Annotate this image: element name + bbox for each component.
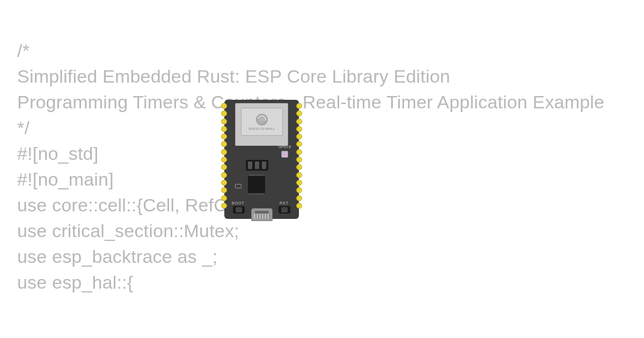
pin-icon[interactable] xyxy=(221,103,227,109)
rgb-led-icon xyxy=(281,151,288,158)
pin-icon[interactable] xyxy=(296,164,302,170)
battery-icon xyxy=(235,184,241,188)
pin-icon[interactable] xyxy=(296,126,302,132)
module-shield: ESP32-C3-MINI-1 xyxy=(241,108,283,136)
pin-column-right xyxy=(296,103,302,209)
pin-icon[interactable] xyxy=(221,157,227,163)
pin-icon[interactable] xyxy=(296,149,302,155)
switch-nub-icon xyxy=(255,161,259,169)
code-line: Programming Timers & Counters - Real-tim… xyxy=(17,89,604,115)
pin-icon[interactable] xyxy=(296,141,302,147)
pin-icon[interactable] xyxy=(296,203,302,209)
boot-button[interactable] xyxy=(233,206,245,214)
pin-icon[interactable] xyxy=(221,141,227,147)
esp-module: ESP32-C3-MINI-1 xyxy=(235,103,288,146)
pin-icon[interactable] xyxy=(296,157,302,163)
pin-icon[interactable] xyxy=(296,195,302,201)
code-line: Simplified Embedded Rust: ESP Core Libra… xyxy=(17,63,604,89)
usb-port-icon xyxy=(251,208,273,221)
mcu-chip-icon xyxy=(248,176,265,193)
rst-button[interactable] xyxy=(279,206,290,214)
pin-icon[interactable] xyxy=(221,111,227,116)
pin-icon[interactable] xyxy=(296,111,302,116)
pin-icon[interactable] xyxy=(296,103,302,109)
code-line: /* xyxy=(17,38,604,63)
module-name-label: ESP32-C3-MINI-1 xyxy=(249,127,275,130)
code-line: */ xyxy=(17,115,604,141)
code-line: #![no_std] xyxy=(17,141,604,166)
pin-column-left xyxy=(221,103,227,209)
pin-icon[interactable] xyxy=(296,180,302,186)
pin-icon[interactable] xyxy=(221,149,227,155)
pin-icon[interactable] xyxy=(296,172,302,178)
pin-icon[interactable] xyxy=(221,187,227,193)
pin-icon[interactable] xyxy=(296,119,302,124)
dip-switch[interactable] xyxy=(246,160,268,171)
pin-icon[interactable] xyxy=(221,134,227,139)
pin-icon[interactable] xyxy=(296,134,302,139)
espressif-logo-icon xyxy=(256,114,268,126)
pin-icon[interactable] xyxy=(296,187,302,193)
pin-icon[interactable] xyxy=(221,164,227,170)
pin-icon[interactable] xyxy=(221,172,227,178)
code-line: use critical_section::Mutex; xyxy=(17,218,604,244)
pin-icon[interactable] xyxy=(221,203,227,209)
code-line: use esp_backtrace as _; xyxy=(17,244,604,269)
rst-button-label: RST xyxy=(280,201,289,205)
pin-icon[interactable] xyxy=(221,119,227,124)
esp32-board[interactable]: ESP32-C3-MINI-1 GPIO 8 BOOT RST xyxy=(220,95,303,223)
pin-icon[interactable] xyxy=(221,195,227,201)
gpio8-label: GPIO 8 xyxy=(279,145,291,149)
boot-button-label: BOOT xyxy=(232,201,245,205)
code-background: /* Simplified Embedded Rust: ESP Core Li… xyxy=(17,38,604,295)
switch-nub-icon xyxy=(262,161,266,169)
code-line: use core::cell::{Cell, RefCell}; xyxy=(17,192,604,218)
code-line: #![no_main] xyxy=(17,166,604,192)
pin-icon[interactable] xyxy=(221,126,227,132)
switch-nub-icon xyxy=(248,161,252,169)
code-line: use esp_hal::{ xyxy=(17,269,604,295)
pin-icon[interactable] xyxy=(221,180,227,186)
